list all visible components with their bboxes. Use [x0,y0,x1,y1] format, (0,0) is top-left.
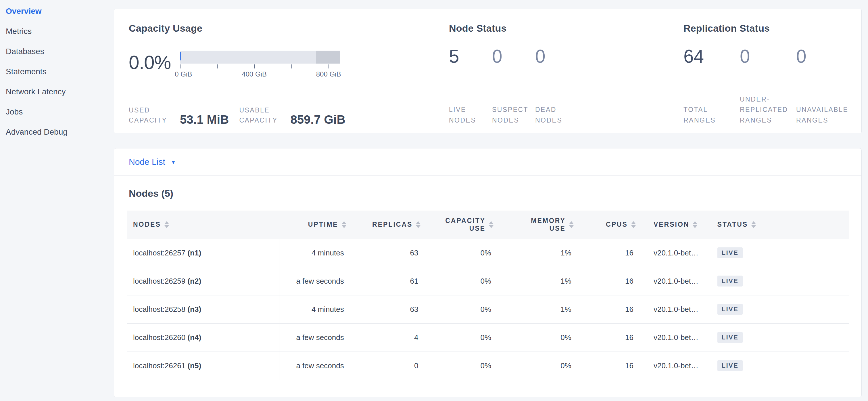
cell-capacity-use: 0% [421,323,494,351]
node-id: (n1) [187,249,201,257]
cell-status: LIVE [703,267,849,295]
sort-icon[interactable] [693,221,697,228]
cell-cpus: 16 [574,239,636,267]
status-badge: LIVE [717,304,743,315]
column-header-nodes[interactable]: NODES [133,221,161,228]
sort-icon[interactable] [416,221,421,228]
cell-capacity-use: 0% [421,267,494,295]
cell-replicas: 61 [346,267,421,295]
sidebar-item-network-latency[interactable]: Network Latency [6,82,114,102]
main-content: Capacity Usage 0.0% 0 GiB 400 Gi [114,0,868,401]
node-id: (n5) [187,361,201,370]
table-row[interactable]: localhost:26259 (n2) a few seconds 61 0%… [127,267,849,295]
cell-cpus: 16 [574,351,636,380]
sort-icon[interactable] [751,221,756,228]
capacity-used-marker [180,52,181,60]
usable-capacity-value: 859.7 GiB [290,114,345,126]
nodes-count-title: Nodes (5) [129,188,849,199]
dead-nodes-label: DEAD NODES [535,105,578,126]
cell-replicas: 63 [346,295,421,323]
cell-uptime: 4 minutes [279,295,346,323]
cell-node[interactable]: localhost:26260 (n4) [127,323,279,351]
replication-status-title: Replication Status [683,23,861,34]
sidebar-item-metrics[interactable]: Metrics [6,21,114,41]
node-address-link[interactable]: localhost:26260 [133,333,185,342]
table-row[interactable]: localhost:26257 (n1) 4 minutes 63 0% 1% … [127,239,849,267]
node-address-link[interactable]: localhost:26258 [133,305,185,314]
sort-icon[interactable] [489,221,494,228]
usable-capacity-stat: USABLE CAPACITY 859.7 GiB [239,105,345,126]
unavailable-ranges-label: UNAVAILABLE RANGES [796,105,848,126]
column-header-uptime[interactable]: UPTIME [308,221,338,228]
cell-capacity-use: 0% [421,239,494,267]
cell-memory-use: 0% [494,323,574,351]
cell-replicas: 4 [346,323,421,351]
cell-node[interactable]: localhost:26261 (n5) [127,351,279,380]
capacity-bar [180,51,340,63]
node-list-bar: Node List ▼ [114,148,861,176]
node-address-link[interactable]: localhost:26259 [133,277,185,285]
capacity-usage-section: Capacity Usage 0.0% 0 GiB 400 Gi [129,23,449,126]
status-badge: LIVE [717,332,743,343]
cell-node[interactable]: localhost:26259 (n2) [127,267,279,295]
cell-capacity-use: 0% [421,351,494,380]
cell-node[interactable]: localhost:26258 (n3) [127,295,279,323]
sort-icon[interactable] [342,221,346,228]
sidebar-item-jobs[interactable]: Jobs [6,102,114,122]
capacity-axis-labels: 0 GiB 400 GiB 800 GiB [180,70,340,79]
table-row[interactable]: localhost:26258 (n3) 4 minutes 63 0% 1% … [127,295,849,323]
sort-icon[interactable] [631,221,636,228]
node-address-link[interactable]: localhost:26257 [133,249,185,257]
capacity-usage-title: Capacity Usage [129,23,449,34]
sort-icon[interactable] [164,221,169,228]
node-status-title: Node Status [449,23,683,34]
cell-status: LIVE [703,295,849,323]
column-header-capacity-use[interactable]: CAPACITY USE [442,217,486,232]
nodes-table-container: Nodes (5) NODES UPTIME REPLICAS CAPACITY… [114,176,861,380]
unavailable-ranges-count: 0 [796,46,806,67]
column-header-cpus[interactable]: CPUS [606,221,628,228]
cell-memory-use: 1% [494,267,574,295]
node-list-dropdown-label[interactable]: Node List [129,157,165,167]
cell-version: v20.1.0-bet… [636,267,703,295]
cell-node[interactable]: localhost:26257 (n1) [127,239,279,267]
chevron-down-icon[interactable]: ▼ [171,159,176,165]
table-row[interactable]: localhost:26261 (n5) a few seconds 0 0% … [127,351,849,380]
column-header-version[interactable]: VERSION [654,221,689,228]
node-list-dropdown[interactable]: Node List ▼ [129,157,176,167]
node-address-link[interactable]: localhost:26261 [133,361,185,370]
cell-uptime: 4 minutes [279,239,346,267]
node-id: (n2) [187,277,201,285]
axis-label-400gib: 400 GiB [242,70,267,78]
live-nodes-label: LIVE NODES [449,105,492,126]
node-id: (n4) [187,333,201,342]
cell-capacity-use: 0% [421,295,494,323]
cell-uptime: a few seconds [279,323,346,351]
sort-icon[interactable] [569,221,574,228]
sidebar-item-databases[interactable]: Databases [6,41,114,62]
cell-status: LIVE [703,323,849,351]
node-status-figures: 5 0 0 [449,47,683,65]
capacity-axis-ticks [180,64,340,69]
cell-cpus: 16 [574,267,636,295]
column-header-memory-use[interactable]: MEMORY USE [523,217,566,232]
sidebar-item-advanced-debug[interactable]: Advanced Debug [6,122,114,142]
used-capacity-value: 53.1 MiB [180,114,229,126]
column-header-status[interactable]: STATUS [717,221,748,228]
node-status-labels: LIVE NODES SUSPECT NODES DEAD NODES [449,105,683,126]
table-row[interactable]: localhost:26260 (n4) a few seconds 4 0% … [127,323,849,351]
dead-nodes-count: 0 [535,46,546,67]
sidebar: Overview Metrics Databases Statements Ne… [0,0,114,401]
replication-figures: 64 0 0 [683,47,861,65]
used-capacity-label: USED CAPACITY [129,105,175,126]
cell-status: LIVE [703,239,849,267]
page: Overview Metrics Databases Statements Ne… [0,0,868,401]
cell-uptime: a few seconds [279,351,346,380]
cell-version: v20.1.0-bet… [636,351,703,380]
sidebar-item-overview[interactable]: Overview [6,1,114,21]
cell-version: v20.1.0-bet… [636,323,703,351]
column-header-replicas[interactable]: REPLICAS [372,221,412,228]
sidebar-item-statements[interactable]: Statements [6,62,114,82]
suspect-nodes-count: 0 [492,46,502,67]
nodes-card: Node List ▼ Nodes (5) NODES UPTIME [114,148,862,397]
